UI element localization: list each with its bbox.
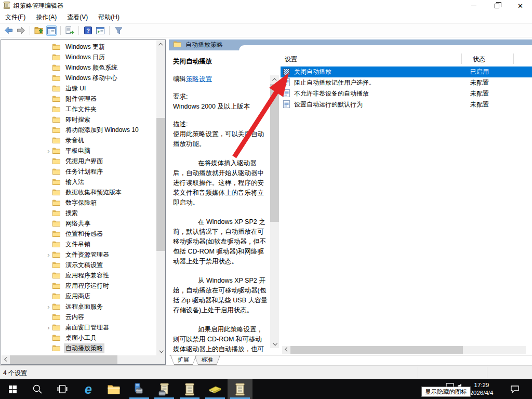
tree-item[interactable]: › 文件吊销 [1,239,156,249]
tree-item[interactable]: › 附件管理器 [1,94,156,104]
tree-expander-icon[interactable]: › [45,251,52,258]
setting-row[interactable]: 阻止自动播放记住用户选择。 未配置 [281,77,532,88]
scroll-right-icon[interactable] [148,355,156,364]
taskbar-book-button[interactable] [203,379,228,399]
tree-item[interactable]: › 平板电脑 [1,145,156,156]
list-horizontal-scrollbar[interactable] [282,346,526,354]
filter-icon[interactable] [113,25,124,36]
help-icon[interactable]: ? [83,25,93,36]
folder-icon [52,303,61,310]
tree-item[interactable]: › 桌面小工具 [1,332,156,343]
tab-extended[interactable]: 扩展 [170,355,196,365]
scrollbar-thumb[interactable] [270,84,279,222]
clock-time: 17:29 [467,381,497,389]
toolbar: ? [0,24,532,37]
scroll-right-icon[interactable] [517,346,526,354]
task-view-button[interactable] [50,379,75,399]
tree-item[interactable]: › 数据收集和预览版本 [1,187,156,197]
scroll-left-icon[interactable] [282,346,290,354]
show-console-tree-icon[interactable] [46,25,57,36]
menu-action[interactable]: 操作(A) [31,11,62,23]
scroll-down-icon[interactable] [156,347,165,355]
forward-icon[interactable] [16,25,26,36]
taskbar-clock[interactable]: 17:29 2026/4/4 [467,381,497,397]
tree-item[interactable]: › 工作文件夹 [1,104,156,114]
tree-item[interactable]: › 凭据用户界面 [1,156,156,166]
policy-description-pane: 关闭自动播放 编辑策略设置 要求: Windows 2000 及以上版本 描述:… [169,50,270,355]
setting-row[interactable]: 不允许非卷设备的自动播放 未配置 [281,88,532,99]
tree-item[interactable]: › 应用商店 [1,291,156,301]
tree-item-label: 应用商店 [64,291,92,301]
tree-item-label: Windows 颜色系统 [64,63,119,73]
folder-icon [52,158,61,164]
taskbar-explorer-button[interactable] [101,379,126,399]
tree-item[interactable]: › 桌面窗口管理器 [1,322,156,332]
tab-standard[interactable]: 标准 [194,355,220,365]
tree-expander-icon[interactable]: › [45,324,52,331]
tree-item[interactable]: › 远程桌面服务 [1,301,156,312]
window-list-icon[interactable] [95,25,105,36]
folder-icon [52,85,61,91]
taskbar-ie-button[interactable]: e [76,379,101,399]
tree-expander-icon[interactable]: › [45,148,52,154]
menu-file[interactable]: 文件(F) [0,11,31,23]
tree-item[interactable]: › 即时搜索 [1,114,156,125]
tree-item[interactable]: › Windows 移动中心 [1,73,156,83]
scrollbar-thumb[interactable] [290,346,463,354]
start-button[interactable] [0,379,25,399]
taskbar-gpedit-active-button[interactable] [228,379,252,399]
tree-item[interactable]: › 网络共享 [1,218,156,229]
tree-item[interactable]: › 演示文稿设置 [1,260,156,270]
taskbar-gpmc-button[interactable] [127,379,152,399]
tree-item[interactable]: › 任务计划程序 [1,166,156,177]
up-one-level-icon[interactable] [34,25,44,36]
restore-button[interactable] [485,0,509,11]
export-list-icon[interactable] [64,25,75,36]
close-button[interactable]: ✕ [509,0,532,11]
scrollbar-thumb[interactable] [10,355,117,364]
tree-item[interactable]: › 将功能添加到 Windows 10 [1,125,156,135]
back-icon[interactable] [3,25,14,36]
taskbar-gpedit-button[interactable] [177,379,202,399]
menu-view[interactable]: 查看(V) [62,11,93,23]
action-center-button[interactable] [510,385,520,395]
menu-help[interactable]: 帮助(H) [93,11,125,23]
column-header-setting[interactable]: 设置 [285,55,297,64]
tree-item[interactable]: › 应用程序运行时 [1,281,156,291]
tree-item[interactable]: › 自动播放策略 [1,343,156,353]
tree-item[interactable]: › 位置和传感器 [1,229,156,239]
scroll-up-icon[interactable] [156,40,165,49]
edit-policy-setting-link[interactable]: 策略设置 [186,75,212,83]
tree-item-label: 数据收集和预览版本 [64,188,123,197]
titlebar[interactable]: 组策略管理编辑器 ✕ [0,0,532,11]
taskbar-search-button[interactable] [25,379,50,399]
description-scrollbar[interactable] [270,75,279,348]
tree-item[interactable]: › 输入法 [1,177,156,187]
minimize-button[interactable] [462,0,485,11]
tree-expander-icon[interactable]: › [45,303,52,310]
tree-item[interactable]: › 云内容 [1,312,156,322]
tree-horizontal-scrollbar[interactable] [1,355,156,364]
tree-item-label: 任务计划程序 [64,167,104,177]
column-header-status[interactable]: 状态 [473,55,485,64]
scroll-left-icon[interactable] [1,355,10,364]
tree-item[interactable]: › 应用程序兼容性 [1,270,156,281]
tree-item[interactable]: › 搜索 [1,208,156,218]
scroll-down-icon[interactable] [270,339,279,348]
tree-item[interactable]: › Windows 颜色系统 [1,62,156,73]
setting-row[interactable]: 设置自动运行的默认行为 未配置 [281,99,532,110]
tree-item[interactable]: › Windows 日历 [1,52,156,62]
tree-item[interactable]: › 录音机 [1,135,156,145]
taskbar-secpol-button[interactable] [152,379,177,399]
tree-item[interactable]: › 数字保险箱 [1,197,156,208]
tree-vertical-scrollbar[interactable] [156,40,165,355]
tree-item[interactable]: › 边缘 UI [1,83,156,94]
tree-item[interactable]: › 文件资源管理器 [1,249,156,260]
setting-row[interactable]: 关闭自动播放 已启用 [281,66,532,77]
scrollbar-thumb[interactable] [156,118,165,251]
tree-item[interactable]: › Windows 更新 [1,42,156,52]
folder-icon [52,127,61,133]
policy-description: 使用此策略设置，可以关闭自动播放功能。在将媒体插入驱动器后，自动播放就开始从驱动… [173,129,268,355]
scroll-up-icon[interactable] [270,75,279,84]
tree-item-label: 云内容 [64,312,86,322]
